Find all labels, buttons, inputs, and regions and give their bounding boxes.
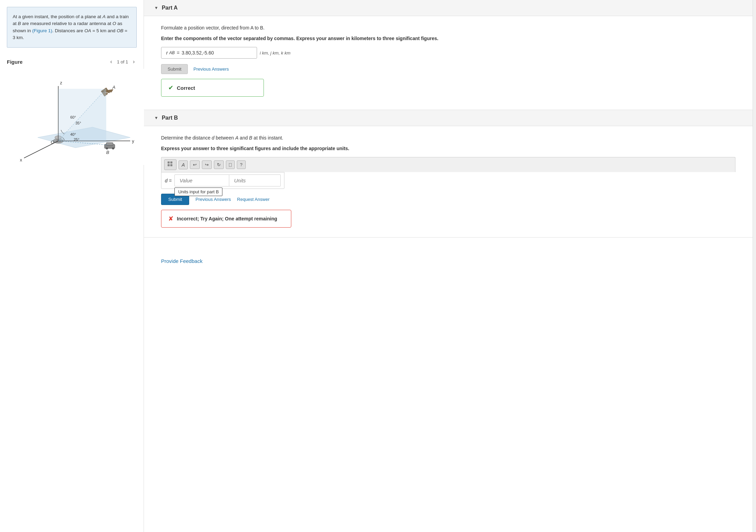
undo-button[interactable]: ↩ xyxy=(190,160,200,169)
problem-description: At a given instant, the position of a pl… xyxy=(7,7,137,48)
value-input[interactable] xyxy=(174,174,229,186)
text-format-icon[interactable]: A xyxy=(179,160,188,169)
diagram-svg: O z x y A xyxy=(7,69,144,165)
math-input-container: A ↩ ↪ ↻ ⎕ ? d = Units input for part B xyxy=(161,157,735,205)
vector-subscript: AB xyxy=(169,50,175,55)
correct-label: Correct xyxy=(177,85,195,91)
keyboard-button[interactable]: ⎕ xyxy=(226,160,235,169)
figure-header: Figure ‹ 1 of 1 › xyxy=(7,58,137,65)
part-a-label: Part A xyxy=(162,5,178,11)
part-b-content: Determine the distance d between A and B… xyxy=(144,126,753,237)
part-a-content: Formulate a position vector, directed fr… xyxy=(144,16,753,110)
svg-text:z: z xyxy=(60,80,62,85)
part-a-header: ▼ Part A xyxy=(144,0,753,16)
part-b-request-answer-link[interactable]: Request Answer xyxy=(237,197,270,202)
incorrect-label: Incorrect; Try Again; One attempt remain… xyxy=(177,216,277,221)
figure-link[interactable]: (Figure 1) xyxy=(32,28,52,33)
units-tooltip: Units input for part B xyxy=(174,188,223,196)
svg-text:40°: 40° xyxy=(70,132,76,136)
svg-point-21 xyxy=(106,147,108,149)
part-a-input-box[interactable]: r AB = 3.80,3.52,-5.60 xyxy=(161,47,257,59)
svg-rect-29 xyxy=(168,161,170,164)
svg-rect-31 xyxy=(168,164,170,166)
figure-page: 1 of 1 xyxy=(117,59,128,64)
part-a-instruction: Enter the components of the vector separ… xyxy=(161,35,735,42)
figure-next-button[interactable]: › xyxy=(131,58,137,65)
part-a-question: Formulate a position vector, directed fr… xyxy=(161,24,735,32)
part-b-instruction: Express your answer to three significant… xyxy=(161,145,735,152)
scrollbar[interactable] xyxy=(753,0,756,532)
svg-rect-32 xyxy=(170,164,172,166)
part-a-correct-box: ✔ Correct xyxy=(161,79,264,97)
vector-equals: = xyxy=(177,50,180,56)
part-b-prev-answers-link[interactable]: Previous Answers xyxy=(195,197,231,202)
part-b-header: ▼ Part B xyxy=(144,110,753,126)
checkmark-icon: ✔ xyxy=(168,84,173,92)
part-a-input-row: r AB = 3.80,3.52,-5.60 i km, j km, k km xyxy=(161,47,735,59)
vector-value: 3.80,3.52,-5.60 xyxy=(182,50,214,56)
svg-text:A: A xyxy=(112,85,115,90)
left-panel: At a given instant, the position of a pl… xyxy=(0,0,144,532)
part-a-chevron-icon: ▼ xyxy=(154,5,158,10)
figure-section: Figure ‹ 1 of 1 › xyxy=(7,58,137,165)
part-b-submit-row: Submit Previous Answers Request Answer xyxy=(161,194,735,205)
part-b-question: Determine the distance d between A and B… xyxy=(161,134,735,142)
problem-text: At a given instant, the position of a pl… xyxy=(13,14,129,40)
input-wrapper: Units input for part B xyxy=(174,174,281,186)
svg-text:35°: 35° xyxy=(75,121,81,125)
part-b-input-row: d = Units input for part B xyxy=(161,172,284,189)
part-a-section: ▼ Part A Formulate a position vector, di… xyxy=(144,0,753,110)
matrix-icon[interactable] xyxy=(164,159,176,170)
help-button[interactable]: ? xyxy=(237,160,245,169)
figure-navigation: ‹ 1 of 1 › xyxy=(108,58,137,65)
provide-feedback-link[interactable]: Provide Feedback xyxy=(161,258,203,264)
math-toolbar: A ↩ ↪ ↻ ⎕ ? xyxy=(161,157,735,172)
svg-text:B: B xyxy=(106,150,109,155)
part-b-incorrect-box: ✘ Incorrect; Try Again; One attempt rema… xyxy=(161,210,291,228)
vector-r-label: r xyxy=(166,50,168,56)
footer: Provide Feedback xyxy=(144,238,753,274)
figure-diagram: O z x y A xyxy=(7,69,144,165)
part-a-submit-row: Submit Previous Answers xyxy=(161,64,735,74)
d-label: d = xyxy=(165,178,172,183)
figure-prev-button[interactable]: ‹ xyxy=(108,58,114,65)
part-b-label: Part B xyxy=(162,115,178,121)
part-a-prev-answers-link[interactable]: Previous Answers xyxy=(193,66,229,72)
redo-button[interactable]: ↪ xyxy=(202,160,212,169)
part-b-section: ▼ Part B Determine the distance d betwee… xyxy=(144,110,753,238)
refresh-button[interactable]: ↻ xyxy=(214,160,224,169)
svg-point-22 xyxy=(112,147,114,149)
part-a-units: i km, j km, k km xyxy=(260,50,291,56)
right-panel: ▼ Part A Formulate a position vector, di… xyxy=(144,0,753,532)
svg-text:x: x xyxy=(20,157,22,162)
svg-text:25°: 25° xyxy=(74,137,80,142)
part-b-chevron-icon: ▼ xyxy=(154,116,158,120)
svg-rect-30 xyxy=(170,161,172,164)
units-input[interactable] xyxy=(229,174,281,186)
svg-text:60°: 60° xyxy=(70,115,76,119)
part-a-submit-button[interactable]: Submit xyxy=(161,64,188,74)
svg-text:y: y xyxy=(132,138,134,144)
figure-title: Figure xyxy=(7,59,23,65)
x-icon: ✘ xyxy=(168,215,173,222)
